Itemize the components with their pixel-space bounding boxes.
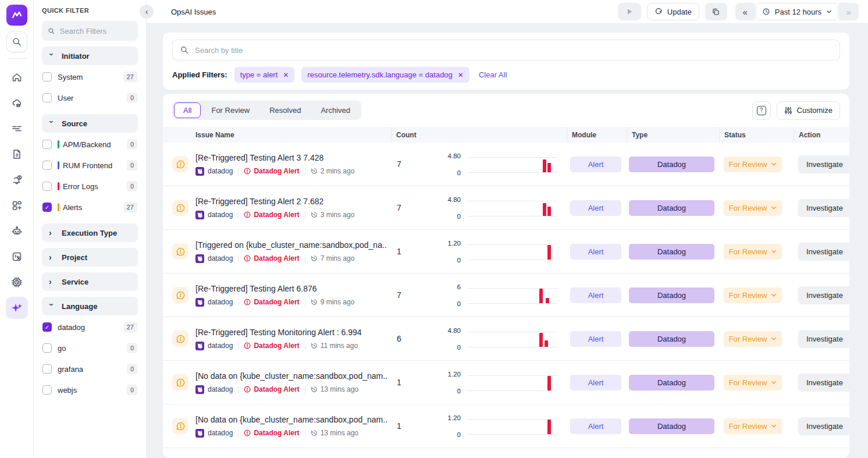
time-label: 9 mins ago — [321, 298, 355, 306]
source-meta: datadog — [195, 385, 233, 394]
checkbox-icon[interactable] — [42, 161, 52, 170]
play-icon[interactable] — [618, 3, 641, 20]
source-meta: datadog — [195, 342, 233, 350]
issue-title[interactable]: [No data on {kube_cluster_name:sandbox,p… — [195, 415, 387, 424]
investigate-button[interactable]: Investigate — [798, 155, 849, 173]
checkbox-icon[interactable] — [42, 140, 52, 149]
filter-item[interactable]: webjs 0 — [42, 379, 138, 400]
infra-cloud-icon[interactable] — [6, 92, 28, 114]
filter-section-header[interactable]: › Project — [42, 248, 138, 267]
remove-chip-icon[interactable]: ✕ — [458, 71, 464, 79]
issue-row[interactable]: [Re-Triggered] Testing Monitoring Alert … — [163, 317, 849, 361]
copy-icon[interactable] — [705, 3, 727, 20]
checkbox-icon[interactable]: ✓ — [42, 203, 52, 212]
issue-row[interactable]: [Re-Triggered] Testing Alert 6.876 datad… — [163, 274, 849, 317]
time-forward-icon[interactable]: » — [839, 3, 859, 20]
time-label: 13 mins ago — [321, 429, 358, 437]
status-dropdown[interactable]: For Review — [724, 157, 782, 172]
issue-row[interactable]: [No data on {kube_cluster_name:sandbox,p… — [163, 404, 849, 448]
collapse-panel-icon[interactable]: ‹ — [140, 5, 154, 19]
update-button[interactable]: Update — [647, 3, 699, 20]
time-back-icon[interactable]: « — [735, 3, 755, 20]
issue-row[interactable]: [No data on {kube_cluster_name:sandbox,p… — [163, 448, 849, 458]
filter-item[interactable]: grafana 0 — [42, 358, 138, 379]
filter-item[interactable]: RUM Frontend 0 — [42, 155, 138, 176]
filter-item[interactable]: ✓ datadog 27 — [42, 317, 138, 338]
filter-search-input[interactable] — [60, 27, 132, 35]
filter-search[interactable] — [42, 21, 138, 41]
document-icon[interactable] — [6, 143, 28, 165]
filter-section-header[interactable]: › Initiator — [42, 47, 138, 65]
investigate-button[interactable]: Investigate — [798, 286, 849, 304]
filter-item-count: 0 — [127, 93, 137, 103]
search-by-title[interactable] — [172, 40, 840, 61]
checkbox-icon[interactable]: ✓ — [42, 322, 52, 332]
time-range-selector[interactable]: Past 12 hours — [756, 3, 838, 20]
status-dropdown[interactable]: For Review — [724, 200, 782, 216]
tab-for-review[interactable]: For Review — [202, 102, 259, 118]
filter-section-header[interactable]: › Source — [42, 114, 138, 133]
checkbox-icon[interactable] — [42, 93, 52, 102]
filter-section-header[interactable]: › Language — [42, 297, 138, 315]
filter-item[interactable]: APM/Backend 0 — [42, 134, 138, 155]
checkbox-icon[interactable] — [42, 72, 52, 81]
investigate-button[interactable]: Investigate — [798, 374, 849, 392]
investigate-button[interactable]: Investigate — [798, 199, 849, 217]
alerts-bell-icon[interactable] — [6, 169, 28, 191]
filter-item-label: User — [58, 94, 73, 102]
checkbox-icon[interactable] — [42, 385, 52, 395]
tab-all[interactable]: All — [174, 102, 201, 118]
checkbox-icon[interactable] — [42, 182, 52, 191]
filter-chip[interactable]: resource.telemetry.sdk.language = datado… — [301, 67, 469, 83]
investigate-button[interactable]: Investigate — [798, 330, 849, 348]
global-search-icon[interactable] — [6, 31, 27, 52]
filter-item[interactable]: go 0 — [42, 338, 138, 358]
checkbox-icon[interactable] — [42, 343, 52, 353]
status-dropdown[interactable]: For Review — [724, 244, 782, 260]
opsai-sparkle-icon[interactable] — [6, 297, 28, 319]
issue-title[interactable]: [No data on {kube_cluster_name:sandbox,p… — [195, 371, 387, 381]
remove-chip-icon[interactable]: ✕ — [283, 71, 289, 79]
issue-title[interactable]: [Re-Triggered] Testing Monitoring Alert … — [195, 328, 362, 337]
filter-item[interactable]: User 0 — [42, 87, 138, 108]
status-dropdown[interactable]: For Review — [724, 418, 782, 434]
filter-section-header[interactable]: › Service — [42, 272, 138, 291]
issue-title[interactable]: [Triggered on {kube_cluster_name:sandbox… — [195, 240, 387, 250]
rum-report-icon[interactable] — [6, 246, 28, 268]
filter-item[interactable]: System 27 — [42, 66, 138, 87]
issue-title[interactable]: [Re-Triggered] Testing Alert 2 7.682 — [195, 197, 354, 206]
filter-section-header[interactable]: › Execution Type — [42, 223, 138, 242]
middleware-logo-icon[interactable] — [6, 5, 27, 26]
filter-chip[interactable]: type = alert ✕ — [234, 67, 295, 83]
issue-row[interactable]: [Re-Triggered] Testing Alert 3 7.428 dat… — [163, 143, 849, 186]
filter-item[interactable]: ✓ Alerts 27 — [42, 197, 138, 218]
filter-item[interactable]: Error Logs 0 — [42, 176, 138, 197]
clear-all-link[interactable]: Clear All — [479, 70, 507, 79]
status-dropdown[interactable]: For Review — [724, 287, 782, 303]
alert-type-meta: Datadog Alert — [244, 298, 299, 306]
investigate-button[interactable]: Investigate — [798, 243, 849, 261]
cpu-processes-icon[interactable] — [6, 271, 28, 293]
status-dropdown[interactable]: For Review — [724, 375, 782, 390]
issue-title[interactable]: [Re-Triggered] Testing Alert 6.876 — [195, 284, 354, 293]
tab-resolved[interactable]: Resolved — [260, 102, 310, 118]
issue-row[interactable]: [No data on {kube_cluster_name:sandbox,p… — [163, 361, 849, 404]
filter-item-label: System — [58, 73, 83, 81]
dashboards-icon[interactable] — [6, 194, 28, 216]
investigate-button[interactable]: Investigate — [798, 417, 849, 435]
topbar-actions: Update « Past 12 hours » — [618, 3, 859, 20]
issue-row[interactable]: [Re-Triggered] Testing Alert 2 7.682 dat… — [163, 186, 849, 230]
search-by-title-input[interactable] — [195, 46, 833, 55]
issue-title[interactable]: [Re-Triggered] Testing Alert 3 7.428 — [195, 153, 354, 162]
logs-icon[interactable] — [6, 118, 28, 140]
checkbox-icon[interactable] — [42, 364, 52, 374]
count-cell: 7 — [391, 290, 435, 300]
customize-button[interactable]: Customize — [777, 101, 840, 120]
bot-icon[interactable] — [6, 220, 28, 242]
spark-bar — [539, 333, 543, 347]
tab-archived[interactable]: Archived — [311, 102, 360, 118]
issue-row[interactable]: [Triggered on {kube_cluster_name:sandbox… — [163, 230, 849, 274]
home-icon[interactable] — [6, 66, 28, 88]
help-icon[interactable]: ? — [752, 101, 771, 120]
status-dropdown[interactable]: For Review — [724, 331, 782, 347]
